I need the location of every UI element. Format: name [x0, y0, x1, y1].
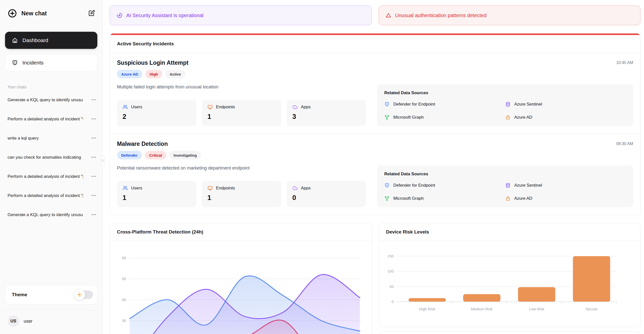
bar-high-risk: [409, 298, 446, 302]
ellipsis-icon: [91, 116, 96, 122]
related-data-sources-panel: Related Data SourcesDefender for Endpoin…: [377, 165, 633, 207]
chat-item-title: can you check for anomalies indicating: [8, 155, 81, 160]
lock-icon: [505, 115, 511, 120]
badge-azure-ad: Azure AD: [117, 70, 142, 78]
badge-high: High: [145, 70, 162, 78]
chat-list-item[interactable]: Perform a detailed analysis of incident …: [8, 114, 96, 125]
risk-chart-title: Device Risk Levels: [379, 223, 640, 241]
grip-icon: [100, 158, 105, 163]
chat-list-item[interactable]: write a kql query: [8, 133, 96, 144]
chat-item-title: Perform a detailed analysis of incident …: [8, 193, 83, 198]
related-sources-grid: Defender for EndpointAzure SentinelMicro…: [384, 102, 626, 120]
data-source-item: Defender for Endpoint: [384, 102, 505, 107]
chat-list-item[interactable]: Perform a detailed analysis of incident …: [8, 171, 96, 182]
ellipsis-icon: [91, 212, 96, 217]
chat-item-menu-button[interactable]: [91, 174, 96, 180]
data-source-label: Defender for Endpoint: [393, 183, 435, 188]
ellipsis-icon: [91, 174, 96, 179]
related-data-sources-panel: Related Data SourcesDefender for Endpoin…: [377, 84, 633, 126]
monitor-icon: [207, 104, 213, 110]
active-incidents-card: Active Security Incidents Suspicious Log…: [110, 33, 640, 215]
stat-value: 2: [123, 113, 191, 121]
incident-title: Suspicious Login Attempt: [117, 59, 188, 66]
sidebar-resize-handle[interactable]: [100, 156, 105, 165]
incident-badges: DefenderCriticalInvestigating: [117, 151, 633, 159]
x-axis-category-label: Low Risk: [529, 307, 544, 311]
assistant-status-banner: AI Security Assistant is operational: [110, 6, 372, 25]
auth-alert-banner: Unusual authentication patterns detected: [379, 6, 641, 25]
chat-item-menu-button[interactable]: [91, 193, 96, 199]
warning-triangle-icon: [385, 12, 391, 18]
chat-list-item[interactable]: Generate a KQL query to identify unusua: [8, 94, 96, 106]
risk-chart: 150100500High RiskMedium RiskLow RiskSec…: [379, 241, 640, 321]
x-axis-category-label: Secure: [585, 307, 597, 311]
chat-list-item[interactable]: can you check for anomalies indicating: [8, 152, 96, 163]
incident-item: Malware Detection09:30 AMDefenderCritica…: [110, 134, 640, 215]
related-sources-title: Related Data Sources: [384, 90, 626, 95]
stat-card-endpoints: Endpoints1: [202, 181, 281, 207]
y-axis-tick-label: 100: [387, 269, 393, 273]
home-icon: [12, 37, 18, 44]
data-source-label: Azure AD: [514, 196, 532, 201]
stat-label-row: Endpoints: [207, 185, 275, 191]
shield-icon: [384, 102, 390, 107]
data-source-item: Azure Sentinel: [505, 102, 626, 107]
assistant-status-icon: [116, 12, 123, 18]
stat-label-row: Apps: [292, 185, 360, 191]
chat-item-title: Perform a detailed analysis of incident …: [8, 117, 83, 122]
data-source-item: Microsoft Graph: [384, 196, 505, 201]
stat-card-apps: Apps0: [287, 181, 366, 207]
chat-list-item[interactable]: Perform a detailed analysis of incident …: [8, 190, 96, 201]
compose-button[interactable]: [88, 9, 95, 18]
stat-card-users: Users1: [117, 181, 196, 207]
email-threat-title: Email Threat Distribution: [379, 332, 640, 334]
badge-investigating: Investigating: [169, 151, 201, 159]
chat-item-title: Generate a KQL query to identify unusua: [8, 212, 83, 217]
incident-body: Multiple failed login attempts from unus…: [117, 84, 633, 126]
auth-alert-text: Unusual authentication patterns detected: [395, 13, 487, 18]
badge-critical: Critical: [145, 151, 166, 159]
avatar: US: [8, 315, 19, 327]
sidebar: New chat DashboardIncidents Your chats G…: [0, 0, 103, 334]
sidebar-item-label: Dashboard: [22, 37, 48, 43]
y-axis-tick-label: 40: [122, 297, 126, 302]
sidebar-item-dashboard[interactable]: Dashboard: [5, 32, 97, 49]
cloud-icon: [292, 104, 298, 110]
incident-description: Potential ransomware detected on marketi…: [117, 165, 366, 171]
stat-card-endpoints: Endpoints1: [202, 100, 281, 126]
sidebar-item-incidents[interactable]: Incidents: [5, 54, 97, 71]
chat-item-title: Perform a detailed analysis of incident …: [8, 174, 83, 179]
chat-item-menu-button[interactable]: [91, 154, 96, 161]
risk-chart-card: Device Risk Levels 150100500High RiskMed…: [379, 223, 641, 327]
chat-list: Generate a KQL query to identify unusuaP…: [0, 94, 102, 228]
chat-list-item[interactable]: Generate a KQL query to identify unusua: [8, 209, 96, 220]
threat-chart-card: Cross-Platform Threat Detection (24h) 60…: [110, 223, 372, 334]
assistant-status-text: AI Security Assistant is operational: [126, 13, 204, 18]
chat-item-menu-button[interactable]: [91, 97, 96, 103]
stat-label-row: Endpoints: [207, 104, 275, 110]
chat-item-menu-button[interactable]: [91, 116, 96, 122]
incident-header: Malware Detection09:30 AM: [117, 141, 633, 147]
stat-value: 0: [292, 194, 360, 202]
main-content: AI Security Assistant is operational Unu…: [103, 0, 644, 334]
chat-item-menu-button[interactable]: [91, 135, 96, 142]
user-row[interactable]: US user: [0, 310, 102, 334]
incident-description: Multiple failed login attempts from unus…: [117, 84, 366, 90]
stat-value: 3: [292, 113, 360, 121]
gitfork-icon: [384, 115, 390, 120]
threat-chart: 6050403020: [110, 241, 372, 334]
users-icon: [123, 185, 128, 191]
app-root: New chat DashboardIncidents Your chats G…: [0, 0, 644, 334]
theme-toggle[interactable]: [74, 290, 93, 299]
chat-item-menu-button[interactable]: [91, 212, 96, 218]
data-source-item: Microsoft Graph: [384, 115, 505, 120]
banner-row: AI Security Assistant is operational Unu…: [110, 6, 640, 25]
badge-defender: Defender: [117, 151, 142, 159]
stat-label: Users: [131, 186, 142, 191]
gitfork-icon: [384, 196, 390, 201]
theme-card: Theme: [5, 285, 97, 305]
data-source-label: Azure Sentinel: [514, 183, 542, 188]
data-source-item: Azure AD: [505, 115, 626, 120]
new-chat-button[interactable]: New chat: [8, 9, 88, 18]
stat-label: Apps: [301, 186, 311, 191]
